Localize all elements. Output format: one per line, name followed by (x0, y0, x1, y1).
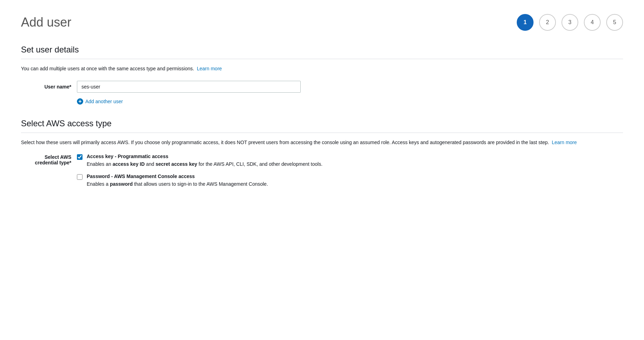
step-2[interactable]: 2 (539, 14, 556, 31)
username-label: User name* (21, 84, 77, 90)
add-user-row: + Add another user (21, 98, 623, 105)
user-details-title: Set user details (21, 45, 623, 55)
step-5[interactable]: 5 (606, 14, 623, 31)
user-details-learn-more-link[interactable]: Learn more (197, 66, 222, 71)
page-title: Add user (21, 15, 71, 30)
step-4[interactable]: 4 (584, 14, 601, 31)
access-type-section: Select AWS access type Select how these … (21, 119, 623, 187)
username-input[interactable] (77, 81, 301, 93)
console-access-option: Password - AWS Management Console access… (77, 173, 322, 188)
username-row: User name* (21, 81, 623, 93)
plus-icon: + (77, 98, 83, 105)
credential-options: Access key - Programmatic access Enables… (77, 154, 322, 188)
access-type-learn-more-link[interactable]: Learn more (552, 140, 577, 145)
programmatic-access-content: Access key - Programmatic access Enables… (87, 154, 322, 168)
user-details-description: You can add multiple users at once with … (21, 65, 623, 72)
add-another-user-link[interactable]: + Add another user (77, 98, 123, 105)
page-header: Add user 1 2 3 4 5 (21, 14, 623, 31)
console-access-checkbox[interactable] (77, 174, 83, 180)
console-access-title: Password - AWS Management Console access (87, 173, 322, 179)
access-type-title: Select AWS access type (21, 119, 623, 128)
step-3[interactable]: 3 (561, 14, 578, 31)
console-access-content: Password - AWS Management Console access… (87, 173, 322, 188)
add-another-user-label: Add another user (85, 99, 123, 104)
programmatic-access-checkbox[interactable] (77, 154, 83, 160)
step-1[interactable]: 1 (517, 14, 534, 31)
access-type-divider (21, 133, 623, 133)
programmatic-access-desc: Enables an access key ID and secret acce… (87, 161, 322, 168)
programmatic-access-title: Access key - Programmatic access (87, 154, 322, 159)
user-details-divider (21, 59, 623, 59)
page-container: Add user 1 2 3 4 5 Set user details You … (0, 0, 644, 216)
access-type-description: Select how these users will primarily ac… (21, 139, 623, 146)
user-details-section: Set user details You can add multiple us… (21, 45, 623, 105)
console-access-desc: Enables a password that allows users to … (87, 180, 322, 188)
credential-type-label: Select AWS credential type* (21, 154, 77, 165)
programmatic-access-option: Access key - Programmatic access Enables… (77, 154, 322, 168)
credential-type-row: Select AWS credential type* Access key -… (21, 154, 623, 188)
step-indicators: 1 2 3 4 5 (517, 14, 623, 31)
